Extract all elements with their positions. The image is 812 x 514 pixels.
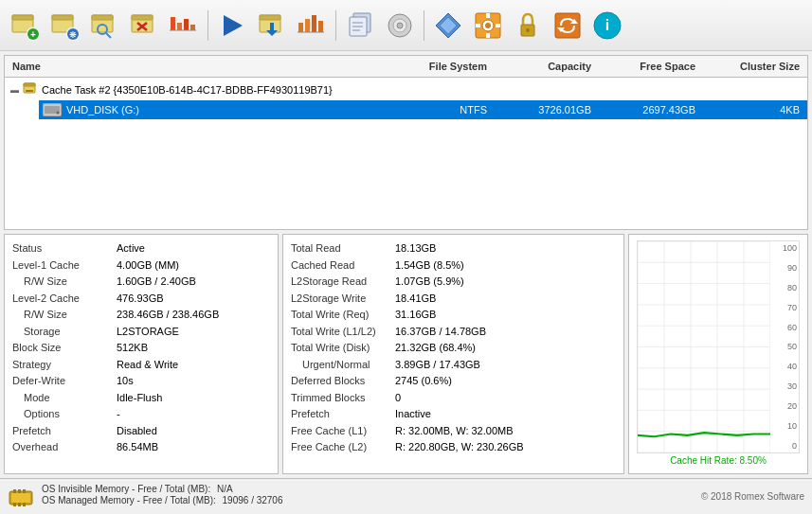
status-label-3: Level-2 Cache — [12, 291, 117, 307]
svg-text:❊: ❊ — [69, 30, 77, 40]
status-value-9: Idle-Flush — [117, 390, 270, 406]
svg-rect-27 — [298, 23, 303, 32]
add-task-button[interactable]: + — [6, 7, 44, 44]
group-label: Cache Task #2 {4350E10B-614B-4C17-BDBB-F… — [42, 84, 333, 96]
stats-value-10: Inactive — [395, 406, 616, 422]
stats-value-1: 1.54GB (8.5%) — [395, 257, 616, 274]
status-value-12: 86.54MB — [117, 439, 270, 455]
svg-text:i: i — [605, 17, 609, 33]
stats-value-0: 18.13GB — [395, 240, 616, 257]
statusbar-left-area: OS Invisible Memory - Free / Total (MB):… — [8, 484, 283, 510]
stats-row-3: L2Storage Write18.41GB — [291, 291, 616, 307]
toolbar-separator-3 — [424, 10, 424, 41]
svg-line-13 — [106, 33, 111, 38]
chart-panel: 100 90 80 70 60 50 40 30 20 10 0 Cache H… — [628, 234, 808, 474]
stats-label-6: Total Write (Disk) — [291, 340, 395, 356]
stats-value-5: 16.37GB / 14.78GB — [395, 324, 616, 340]
stats-label-2: L2Storage Read — [291, 274, 395, 290]
stats-row-0: Total Read18.13GB — [291, 240, 616, 257]
chart-svg — [638, 241, 770, 452]
stats-row-2: L2Storage Read1.07GB (5.9%) — [291, 274, 616, 290]
layers-button[interactable] — [429, 7, 467, 44]
stats-label-7: Urgent/Normal — [291, 357, 395, 373]
status-value-3: 476.93GB — [117, 291, 270, 307]
y-label-50: 50 — [772, 342, 797, 351]
status-row-12: Overhead86.54MB — [12, 439, 270, 455]
svg-rect-58 — [26, 90, 33, 92]
disk-clustersize: 4KB — [699, 102, 803, 117]
copyright: © 2018 Romex Software — [701, 491, 804, 502]
info-button[interactable]: i — [588, 7, 626, 44]
memory-invisible-label: OS Invisible Memory - Free / Total (MB): — [42, 484, 210, 494]
bottom-panels: StatusActiveLevel-1 Cache4.00GB (MM)R/W … — [4, 234, 808, 474]
lock-button[interactable] — [509, 7, 547, 44]
svg-point-50 — [526, 28, 530, 32]
chart-button[interactable] — [165, 7, 203, 44]
status-value-8: 10s — [117, 373, 270, 389]
svg-rect-84 — [13, 503, 16, 506]
stats-label-8: Deferred Blocks — [291, 373, 395, 389]
svg-marker-23 — [224, 15, 243, 36]
y-label-40: 40 — [772, 362, 797, 371]
stats-label-10: Prefetch — [291, 406, 395, 422]
status-row-6: Block Size512KB — [12, 340, 270, 356]
task-icon — [23, 81, 38, 98]
col-name: Name — [9, 58, 377, 75]
toolbar: + ❊ — [0, 0, 812, 51]
stats-value-9: 0 — [395, 390, 616, 406]
col-filesystem: File System — [377, 58, 491, 75]
stats-row-11: Free Cache (L1)R: 32.00MB, W: 32.00MB — [291, 423, 616, 439]
statusbar: OS Invisible Memory - Free / Total (MB):… — [0, 478, 812, 514]
search-button[interactable] — [85, 7, 123, 44]
col-freespace: Free Space — [595, 58, 699, 75]
stats-row-5: Total Write (L1/L2)16.37GB / 14.78GB — [291, 324, 616, 340]
chart-hit-rate: Cache Hit Rate: 8.50% — [637, 453, 800, 468]
copy-button[interactable] — [341, 7, 379, 44]
status-label-12: Overhead — [12, 439, 117, 455]
toolbar-separator-1 — [208, 10, 208, 41]
y-label-80: 80 — [772, 283, 797, 292]
memory-invisible-row: OS Invisible Memory - Free / Total (MB):… — [42, 484, 283, 494]
y-label-90: 90 — [772, 263, 797, 273]
stats-label-1: Cached Read — [291, 257, 395, 274]
svg-rect-15 — [132, 15, 153, 20]
svg-rect-46 — [486, 33, 490, 38]
tools-button[interactable] — [381, 7, 419, 44]
svg-text:+: + — [30, 29, 36, 40]
svg-rect-47 — [476, 24, 480, 27]
status-row-11: PrefetchDisabled — [12, 423, 270, 439]
y-label-60: 60 — [772, 323, 797, 332]
status-label-9: Mode — [12, 390, 117, 406]
status-row-0: StatusActive — [12, 240, 270, 257]
status-row-8: Defer-Write10s — [12, 373, 270, 389]
stats-value-7: 3.89GB / 17.43GB — [395, 357, 616, 373]
y-label-70: 70 — [772, 303, 797, 312]
refresh-button[interactable] — [549, 7, 586, 44]
stats-label-3: L2Storage Write — [291, 291, 395, 307]
svg-point-61 — [57, 112, 60, 115]
task-properties-button[interactable]: ❊ — [45, 7, 83, 44]
delete-button[interactable] — [125, 7, 163, 44]
main-content: Name File System Capacity Free Space Clu… — [0, 51, 812, 514]
svg-rect-57 — [24, 83, 35, 86]
stats-button[interactable] — [293, 7, 331, 44]
y-label-20: 20 — [772, 401, 797, 411]
disk-row[interactable]: VHD_DISK (G:) NTFS 3726.01GB 2697.43GB 4… — [39, 100, 807, 119]
stats-label-0: Total Read — [291, 240, 395, 257]
chart-y-labels: 100 90 80 70 60 50 40 30 20 10 0 — [770, 241, 799, 452]
stats-value-6: 21.32GB (68.4%) — [395, 340, 616, 356]
svg-rect-19 — [177, 23, 182, 30]
play-button[interactable] — [213, 7, 251, 44]
stats-row-4: Total Write (Req)31.16GB — [291, 307, 616, 323]
toolbar-separator-2 — [335, 10, 336, 41]
settings-button[interactable] — [469, 7, 507, 44]
stats-row-12: Free Cache (L2)R: 220.80GB, W: 230.26GB — [291, 439, 616, 455]
status-value-0: Active — [117, 240, 270, 257]
download-button[interactable] — [253, 7, 291, 44]
svg-rect-81 — [13, 489, 16, 493]
disk-group: ▬ Cache Task #2 {4350E10B-614B-4C17-BDBB… — [5, 80, 807, 100]
status-row-1: Level-1 Cache4.00GB (MM) — [12, 257, 270, 274]
memory-info: OS Invisible Memory - Free / Total (MB):… — [42, 484, 283, 505]
status-value-7: Read & Write — [117, 357, 270, 373]
stats-row-7: Urgent/Normal3.89GB / 17.43GB — [291, 357, 616, 373]
